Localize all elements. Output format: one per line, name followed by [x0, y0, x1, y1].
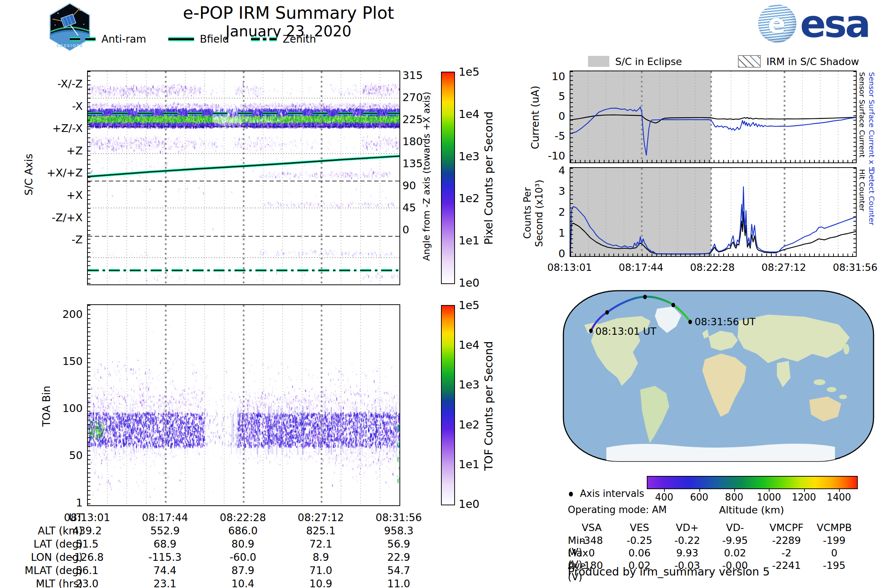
- voltage-cell: -0.22: [663, 535, 711, 546]
- voltage-cell: 9.93: [663, 547, 711, 559]
- voltage-cell: -9.95: [711, 535, 759, 546]
- tof-counts-colorbar-tick: 1e3: [459, 378, 480, 391]
- ephemeris-cell: 11.0: [368, 578, 430, 588]
- esa-globe-letter: e: [768, 8, 786, 39]
- ephemeris-cell: 08:31:56: [368, 512, 430, 524]
- altitude-tick-mark: [839, 488, 840, 492]
- legend-item-zenith: Zenith: [251, 33, 316, 45]
- voltage-cell: -2289: [763, 535, 810, 546]
- voltage-cell: 0: [568, 547, 616, 559]
- altitude-tick-mark: [804, 488, 805, 492]
- ephemeris-cell: 08:17:44: [134, 512, 196, 524]
- voltage-cell: -199: [810, 535, 858, 546]
- voltage-cell: 0: [810, 547, 858, 559]
- angle-tick-label: 180: [402, 135, 423, 148]
- irm-summary-page: CASSIOPE e-POP IRM Summary Plot January …: [0, 0, 882, 588]
- counts-tick-label: 3: [510, 185, 565, 197]
- detect-counter-label: Detect Counter: [867, 169, 876, 225]
- plot2-left-ticks: [88, 305, 90, 506]
- counts-plot: [570, 167, 856, 257]
- altitude-tick-label: 400: [655, 492, 673, 503]
- voltage-cell: -0.25: [616, 535, 663, 546]
- pixel-counts-colorbar-tick: 1e0: [459, 276, 480, 289]
- plot3-left-ticks: [570, 71, 573, 162]
- counts-plot-svg: [570, 168, 856, 256]
- esa-logo: e esa: [755, 4, 880, 44]
- antiram-dashed-line-icon: [70, 37, 96, 41]
- tof-counts-colorbar-tick: 1e4: [459, 339, 480, 351]
- altitude-tick-mark: [699, 488, 700, 492]
- counts-tick-label: 4: [510, 164, 565, 177]
- orientation-line-legend: Anti-ram Bfield Zenith: [70, 32, 400, 46]
- ephemeris-cell: 68.9: [134, 538, 196, 550]
- ephemeris-cell: 958.3: [368, 525, 430, 537]
- pixel-counts-colorbar-title: Pixel Counts per Second: [482, 88, 495, 268]
- sc-axis-row-label: +X/+Z: [28, 166, 82, 179]
- altitude-tick-mark: [734, 488, 735, 492]
- current-tick-label: 0: [510, 110, 565, 122]
- ephemeris-cell: 22.9: [368, 551, 430, 563]
- ephemeris-cell: 10.4: [212, 578, 274, 588]
- angle-tick-label: 90: [402, 179, 416, 192]
- toa-tick-label: 50: [28, 449, 82, 462]
- tof-counts-colorbar-tick: 1e5: [459, 299, 480, 312]
- ephemeris-cell: 74.4: [134, 564, 196, 577]
- altitude-colorbar-title: Altitude (km): [719, 504, 784, 516]
- voltage-cell: -2: [763, 547, 810, 559]
- ephemeris-cell: -115.3: [134, 551, 196, 563]
- sc-axis-row-label: +Z/-X: [28, 122, 82, 135]
- voltage-cell: -180: [568, 560, 616, 571]
- voltage-cell: -0.03: [663, 560, 711, 571]
- current-plot-svg: [570, 71, 856, 162]
- tof-counts-colorbar: [441, 305, 455, 506]
- angle-tick-label: 270: [402, 91, 423, 104]
- ephemeris-cell: 87.9: [212, 564, 274, 577]
- voltage-cell: -0.00: [711, 560, 759, 571]
- shadow-legend-label: IRM in S/C Shadow: [766, 56, 859, 67]
- sensor-current-blue-label: Sensor Surface Current x 5: [867, 72, 876, 171]
- operating-mode-label: Operating mode: AM: [568, 504, 667, 515]
- ephemeris-cell: 51.5: [56, 538, 118, 550]
- ephemeris-cell: 56.1: [56, 564, 118, 577]
- ephemeris-cell: 08:27:12: [290, 512, 352, 524]
- toa-tick-label: 1: [28, 496, 82, 509]
- sc-axis-spectrogram-plot: [87, 70, 400, 285]
- pixel-counts-colorbar: [441, 72, 455, 284]
- plot3-bottom-ticks: [570, 160, 856, 162]
- shadow-hatch-swatch-icon: [738, 55, 761, 68]
- counts-tick-label: 0: [510, 248, 565, 260]
- page-title: e-POP IRM Summary Plot: [0, 3, 577, 23]
- voltage-cell: -2241: [763, 560, 810, 571]
- current-tick-label: 5: [510, 90, 565, 102]
- ephemeris-cell: 71.0: [290, 564, 352, 577]
- ephemeris-cell: 54.7: [368, 564, 430, 577]
- plot4-right-ticks: [854, 168, 856, 256]
- pixel-counts-colorbar-tick: 1e4: [459, 107, 480, 120]
- altitude-tick-label: 600: [690, 492, 708, 503]
- plot4-bottom-ticks: [570, 254, 856, 256]
- voltage-column-header: VMCPF: [763, 522, 810, 533]
- voltage-cell: -348: [568, 535, 616, 546]
- voltage-column-header: VES: [616, 522, 663, 533]
- voltage-column-header: VD-: [711, 522, 759, 533]
- voltage-cell: 0.02: [711, 547, 759, 559]
- toa-overlay: [88, 305, 399, 506]
- counts-tick-label: 1: [510, 227, 565, 239]
- altitude-tick-mark: [769, 488, 770, 492]
- eclipse-swatch-icon: [588, 56, 609, 67]
- current-tick-label: -10: [510, 150, 565, 162]
- sc-axis-row-label: -Z/+X: [28, 212, 82, 224]
- current-plot: [570, 70, 856, 163]
- right-time-tick-label: 08:31:56: [824, 262, 882, 273]
- ephemeris-cell: 72.1: [290, 538, 352, 550]
- ephemeris-cell: 23.0: [56, 578, 118, 588]
- esa-wordmark: esa: [800, 2, 869, 46]
- altitude-tick-label: 1200: [792, 492, 816, 503]
- ephemeris-cell: 439.2: [56, 525, 118, 537]
- sc-axis-row-label: -Z: [28, 233, 82, 246]
- current-tick-label: 10: [510, 70, 565, 82]
- right-time-tick-label: 08:22:28: [681, 262, 744, 273]
- esa-globe-icon: e: [758, 4, 796, 43]
- altitude-colorbar: [647, 476, 858, 489]
- voltage-column-header: VCMPB: [810, 522, 858, 533]
